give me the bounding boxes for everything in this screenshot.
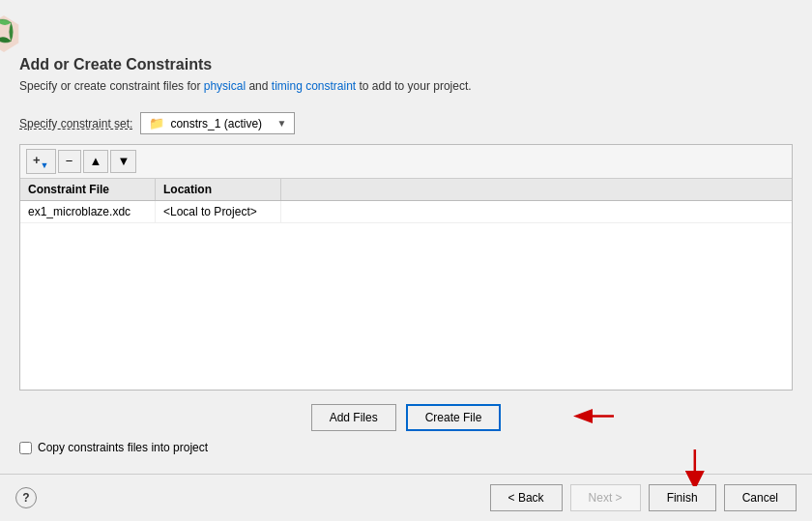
column-constraint-file: Constraint File (20, 179, 156, 200)
dialog-header: Add or Create Constraints Specify or cre… (0, 39, 812, 102)
copy-constraints-label[interactable]: Copy constraints files into project (38, 441, 208, 454)
column-location: Location (156, 179, 281, 200)
cell-location: <Local to Project> (156, 201, 281, 222)
table-header: Constraint File Location (20, 179, 792, 201)
table-toolbar: +▼ − ▲ ▼ (20, 145, 792, 179)
up-icon: ▲ (90, 154, 102, 168)
back-button[interactable]: < Back (490, 484, 563, 511)
down-icon: ▼ (117, 154, 130, 168)
help-button[interactable]: ? (15, 487, 37, 508)
file-actions: Add Files Create File (19, 404, 793, 431)
finish-container: Finish (649, 484, 716, 511)
create-file-button[interactable]: Create File (406, 404, 502, 431)
constraint-set-row: Specify constraint set: 📁 constrs_1 (act… (19, 112, 793, 134)
finish-arrow (675, 448, 710, 489)
add-row-button[interactable]: +▼ (26, 149, 56, 174)
footer-left: ? (15, 487, 54, 508)
folder-icon: 📁 (149, 116, 164, 130)
create-file-arrow (570, 402, 619, 434)
dialog-title: Add or Create Constraints (19, 56, 793, 73)
constraint-table-container: +▼ − ▲ ▼ Constraint File Location (19, 144, 793, 391)
move-up-button[interactable]: ▲ (83, 150, 109, 173)
dialog-description: Specify or create constraint files for p… (19, 79, 793, 93)
cancel-button[interactable]: Cancel (724, 484, 797, 511)
table-row[interactable]: ex1_microblaze.xdc <Local to Project> (20, 201, 792, 223)
footer-right: < Back Next > Finish Cancel (54, 484, 797, 511)
next-button[interactable]: Next > (570, 484, 641, 511)
constraint-set-label: Specify constraint set: (19, 117, 132, 130)
desc-start: Specify or create constraint files for (19, 79, 204, 93)
vivado-logo (0, 14, 21, 52)
dialog: Add or Create Constraints Specify or cre… (0, 0, 812, 521)
minus-icon: − (66, 154, 73, 168)
dialog-footer: ? < Back Next > Finish (0, 474, 812, 521)
desc-mid: and (246, 79, 272, 93)
copy-constraints-checkbox[interactable] (19, 442, 32, 454)
table-body: ex1_microblaze.xdc <Local to Project> (20, 201, 792, 390)
cell-file: ex1_microblaze.xdc (20, 201, 156, 222)
timing-link[interactable]: timing constraint (272, 79, 356, 93)
dialog-content: Specify constraint set: 📁 constrs_1 (act… (0, 102, 812, 474)
constraint-set-value: constrs_1 (active) (170, 117, 262, 130)
chevron-down-icon: ▼ (276, 118, 286, 129)
move-down-button[interactable]: ▼ (110, 150, 136, 173)
constraint-set-dropdown[interactable]: 📁 constrs_1 (active) ▼ (140, 112, 295, 134)
add-files-button[interactable]: Add Files (311, 404, 396, 431)
add-icon: + (33, 153, 41, 167)
remove-row-button[interactable]: − (58, 150, 81, 173)
desc-end: to add to your project. (356, 79, 471, 93)
physical-link[interactable]: physical (204, 79, 246, 93)
